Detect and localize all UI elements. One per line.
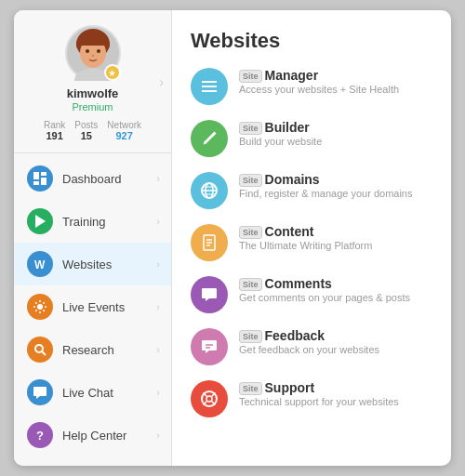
builder-desc: Build your website (239, 136, 322, 147)
builder-text: SiteBuilderBuild your website (239, 120, 322, 147)
feedback-text: SiteFeedbackGet feedback on your website… (239, 328, 379, 355)
sidebar-item-live-chat-chevron-icon: › (156, 387, 160, 398)
support-text: SiteSupportTechnical support for your we… (239, 380, 399, 407)
svg-line-10 (42, 351, 46, 355)
stat-rank: Rank 191 (44, 120, 65, 141)
live-chat-icon (27, 379, 53, 405)
website-item-feedback[interactable]: SiteFeedbackGet feedback on your website… (191, 328, 432, 365)
website-item-content[interactable]: SiteContentThe Ultimate Writing Platform (191, 224, 432, 261)
comments-desc: Get comments on your pages & posts (239, 292, 410, 303)
training-icon (27, 208, 53, 234)
stat-posts-label: Posts (74, 120, 98, 130)
domains-name: SiteDomains (239, 172, 412, 187)
website-item-support[interactable]: SiteSupportTechnical support for your we… (191, 380, 432, 417)
content-icon (191, 224, 228, 261)
live-events-icon (27, 294, 53, 320)
profile-username: kimwolfe (67, 86, 119, 100)
website-items-container: SiteManagerAccess your websites + Site H… (191, 68, 432, 417)
content-desc: The Ultimate Writing Platform (239, 240, 372, 251)
stats-row: Rank 191 Posts 15 Network 927 (44, 120, 141, 141)
sidebar-item-websites[interactable]: WWebsites› (14, 243, 171, 285)
svg-text:?: ? (36, 429, 44, 443)
sidebar-item-research[interactable]: Research› (14, 328, 171, 371)
sidebar-item-live-chat-label: Live Chat (62, 386, 156, 400)
sidebar-item-dashboard-chevron-icon: › (156, 173, 160, 184)
builder-name: SiteBuilder (239, 120, 322, 135)
sidebar-item-dashboard-label: Dashboard (62, 172, 156, 186)
dashboard-icon (27, 165, 53, 192)
avatar-wrapper: ★ (65, 25, 121, 81)
domains-desc: Find, register & manage your domains (239, 188, 412, 199)
domains-icon (191, 172, 228, 209)
main-content: Websites SiteManagerAccess your websites… (172, 10, 451, 466)
website-item-comments[interactable]: SiteCommentsGet comments on your pages &… (191, 276, 432, 313)
star-badge: ★ (104, 64, 121, 81)
manager-icon (191, 68, 228, 105)
feedback-desc: Get feedback on your websites (239, 344, 379, 355)
sidebar-item-live-chat[interactable]: Live Chat› (14, 371, 171, 414)
stat-posts: Posts 15 (74, 120, 98, 141)
premium-badge: Premium (72, 101, 113, 112)
svg-text:W: W (34, 258, 46, 271)
domains-site-tag: Site (239, 174, 262, 187)
sidebar-item-help-center[interactable]: ?Help Center› (14, 414, 171, 456)
content-name: SiteContent (239, 224, 372, 239)
stat-rank-value: 191 (46, 130, 62, 141)
help-center-icon: ? (27, 422, 53, 448)
sidebar-item-websites-chevron-icon: › (156, 258, 160, 270)
content-text: SiteContentThe Ultimate Writing Platform (239, 224, 372, 251)
comments-name: SiteComments (239, 276, 410, 291)
profile-area[interactable]: ★ kimwolfe Premium Rank 191 Posts 15 Net… (14, 10, 171, 153)
svg-point-3 (86, 49, 89, 53)
svg-rect-12 (202, 81, 217, 83)
feedback-site-tag: Site (239, 330, 262, 343)
manager-name: SiteManager (239, 68, 399, 83)
manager-desc: Access your websites + Site Health (239, 84, 399, 95)
sidebar-item-training-chevron-icon: › (156, 216, 160, 227)
research-icon (27, 337, 53, 363)
stat-posts-value: 15 (81, 130, 92, 141)
sidebar-item-live-events[interactable]: Live Events› (14, 285, 171, 328)
sidebar-item-research-label: Research (62, 343, 156, 357)
content-site-tag: Site (239, 226, 262, 239)
svg-marker-6 (35, 215, 46, 228)
sidebar-item-training-label: Training (62, 215, 156, 229)
comments-site-tag: Site (239, 278, 262, 291)
sidebar-item-training[interactable]: Training› (14, 200, 171, 243)
stat-network-value: 927 (116, 130, 133, 141)
page-title: Websites (191, 29, 432, 53)
website-item-domains[interactable]: SiteDomainsFind, register & manage your … (191, 172, 432, 209)
svg-point-4 (97, 49, 100, 53)
svg-rect-13 (202, 86, 217, 87)
stat-network-label: Network (107, 120, 141, 130)
feedback-icon (191, 328, 228, 365)
comments-text: SiteCommentsGet comments on your pages &… (239, 276, 410, 303)
sidebar-item-dashboard[interactable]: Dashboard› (14, 157, 171, 200)
support-desc: Technical support for your websites (239, 396, 399, 407)
support-icon (191, 380, 228, 417)
builder-icon (191, 120, 228, 157)
svg-point-9 (35, 345, 43, 352)
svg-rect-14 (202, 90, 217, 92)
website-item-builder[interactable]: SiteBuilderBuild your website (191, 120, 432, 157)
svg-point-8 (37, 304, 43, 310)
support-site-tag: Site (239, 382, 262, 395)
sidebar-item-help-center-chevron-icon: › (156, 430, 160, 441)
svg-point-28 (206, 396, 212, 402)
builder-site-tag: Site (239, 122, 262, 135)
website-item-manager[interactable]: SiteManagerAccess your websites + Site H… (191, 68, 432, 105)
app-container: ★ kimwolfe Premium Rank 191 Posts 15 Net… (14, 10, 451, 466)
sidebar-item-live-events-label: Live Events (62, 300, 156, 314)
websites-icon: W (27, 251, 53, 277)
sidebar-item-live-events-chevron-icon: › (156, 301, 160, 312)
profile-chevron-icon: › (159, 74, 164, 89)
sidebar-item-help-center-label: Help Center (62, 429, 156, 443)
feedback-name: SiteFeedback (239, 328, 379, 343)
nav-list: Dashboard›Training›WWebsites›Live Events… (14, 153, 171, 466)
stat-rank-label: Rank (44, 120, 65, 130)
sidebar-item-research-chevron-icon: › (156, 344, 160, 355)
stat-network: Network 927 (107, 120, 141, 141)
sidebar-item-websites-label: Websites (62, 258, 156, 271)
domains-text: SiteDomainsFind, register & manage your … (239, 172, 412, 199)
svg-point-5 (91, 55, 94, 57)
